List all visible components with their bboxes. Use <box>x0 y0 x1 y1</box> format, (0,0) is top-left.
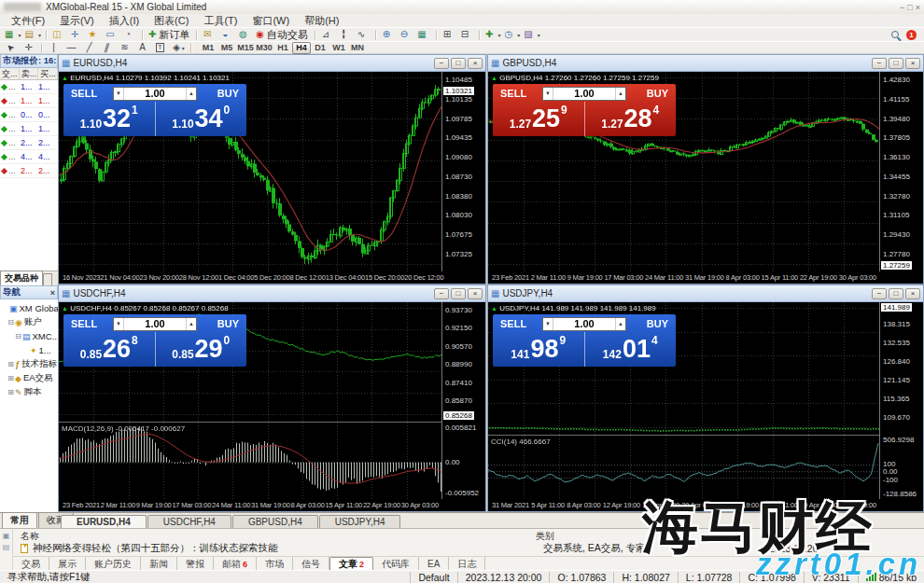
buy-button[interactable]: BUY <box>626 88 673 99</box>
tab-symbols[interactable]: 交易品种 <box>0 271 43 285</box>
toolbox-tab[interactable]: 展示 <box>49 557 86 571</box>
market-watch-row[interactable]: ... 1... 1... <box>0 80 58 94</box>
maximize-icon[interactable]: □ <box>907 3 912 12</box>
tree-expander-icon[interactable]: ⊟ <box>7 318 15 326</box>
strategy-tester-button[interactable]: ◔ <box>122 29 138 41</box>
sell-price[interactable]: 1.27259 <box>493 102 584 136</box>
timeframe-button[interactable]: M15 <box>236 42 255 54</box>
buy-button[interactable]: BUY <box>626 318 673 329</box>
toolbox-tab[interactable]: 警报 <box>177 557 214 571</box>
chart-window-titlebar[interactable]: ▦ USDJPY,H4 −□× <box>488 285 923 302</box>
sell-button[interactable]: SELL <box>496 88 542 99</box>
separator[interactable] <box>315 30 316 40</box>
chart-tab-usdjpy[interactable]: USDJPY,H4 <box>319 515 401 528</box>
lot-size-input[interactable]: ▼1.00▲ <box>113 87 197 101</box>
macd-canvas[interactable] <box>59 423 441 499</box>
timeframe-button[interactable]: W1 <box>329 42 348 54</box>
separator[interactable] <box>436 30 438 40</box>
toolbox-tab[interactable]: 信号 <box>293 557 329 571</box>
restore-button[interactable]: □ <box>889 288 903 299</box>
buy-button[interactable]: BUY <box>197 88 244 99</box>
buy-price[interactable]: 0.85290 <box>155 332 247 367</box>
lot-up-icon[interactable]: ▲ <box>186 88 196 100</box>
buy-price[interactable]: 1.10340 <box>155 102 247 136</box>
navigator-item[interactable]: ⊞◆EA交易 <box>0 371 58 385</box>
separator[interactable] <box>190 43 192 53</box>
minimize-button[interactable]: − <box>872 58 887 69</box>
chart-plot-area[interactable]: ▲ GBPUSD,H4 1.27260 1.27260 1.27259 1.27… <box>488 72 879 271</box>
toolbox-tab[interactable]: 日志 <box>449 557 485 571</box>
chart-plot-area[interactable]: CCI(14) 466.6667 ▲ USDJPY,H4 141.989 141… <box>488 302 879 499</box>
tab-common[interactable]: 常用 <box>2 512 37 528</box>
sell-price[interactable]: 141989 <box>493 332 584 367</box>
close-button[interactable]: × <box>905 58 920 69</box>
chart-tab-gbpusd[interactable]: GBPUSD,H4 <box>232 515 318 528</box>
sell-button[interactable]: SELL <box>66 318 113 329</box>
minimize-button[interactable]: − <box>434 58 449 69</box>
status-profile[interactable]: Default <box>410 572 456 583</box>
minimize-button[interactable]: − <box>434 288 449 299</box>
lot-up-icon[interactable]: ▲ <box>615 318 625 330</box>
fibonacci-button[interactable]: ≋ <box>118 42 133 54</box>
navigator-item[interactable]: ✦1... <box>0 343 58 357</box>
tile-windows-button[interactable]: ▦ <box>416 29 432 41</box>
trendline-button[interactable]: ╱ <box>82 42 98 54</box>
profiles-button[interactable]: ▤▾ <box>23 29 41 41</box>
history-center-button[interactable]: ◒ <box>219 29 235 41</box>
toolbox-tab[interactable]: EA <box>419 557 449 571</box>
toolbox-tab[interactable]: 代码库 <box>373 557 419 571</box>
indicator-subwindow[interactable]: CCI(14) 466.6667 <box>488 435 879 499</box>
new-chart-button[interactable]: ▦▾ <box>4 29 21 41</box>
buy-price[interactable]: 142014 <box>584 332 677 367</box>
periods-button[interactable]: ◷▾ <box>503 29 521 41</box>
toolbox-tab[interactable]: 文章2 <box>329 557 373 571</box>
toolbox-tab[interactable]: 邮箱6 <box>214 557 257 571</box>
line-chart-button[interactable]: ∿ <box>356 29 371 41</box>
menu-item[interactable]: 工具(T) <box>196 14 245 28</box>
column-header[interactable]: 交... <box>0 68 20 79</box>
lot-up-icon[interactable]: ▲ <box>615 88 625 100</box>
market-watch-row[interactable]: ... 1... 1... <box>0 94 58 108</box>
timeframe-button[interactable]: MN <box>348 42 367 54</box>
chart-tab-eurusd[interactable]: EURUSD,H4 <box>61 515 147 528</box>
chart-plot-area[interactable]: MACD(12,26,9) -0.005417 -0.000627 ▲ USDC… <box>59 302 441 499</box>
menu-item[interactable]: 帮助(H) <box>297 14 346 28</box>
terminal-button[interactable]: ▭ <box>105 29 120 41</box>
lot-down-icon[interactable]: ▼ <box>543 88 553 100</box>
cascade-button[interactable]: ⊟ <box>459 29 475 41</box>
column-header[interactable]: 买... <box>38 68 58 79</box>
restore-button[interactable]: □ <box>451 288 466 299</box>
market-watch-row[interactable]: ... 2... 2... <box>0 164 58 178</box>
buy-button[interactable]: BUY <box>197 318 244 329</box>
notification-badge[interactable]: 1 <box>906 30 917 40</box>
article-row[interactable]: 神经网络变得轻松（第四十五部分）：训练状态探索技能 交易系统, EA交易, 专家… <box>13 542 924 555</box>
toolbox-tab[interactable]: 交易 <box>13 557 49 571</box>
timeframe-button[interactable]: H4 <box>292 42 311 54</box>
chart-plot-area[interactable]: ▲ EURUSD,H4 1.10279 1.10392 1.10241 1.10… <box>59 72 441 271</box>
lot-down-icon[interactable]: ▼ <box>114 88 124 100</box>
label-button[interactable]: T <box>153 42 169 54</box>
restore-button[interactable]: □ <box>889 58 903 69</box>
crosshair-button[interactable]: ✛ <box>21 42 37 54</box>
search-icon[interactable] <box>891 31 899 38</box>
close-button[interactable]: × <box>905 288 920 299</box>
timeframe-button[interactable]: M30 <box>255 42 273 54</box>
dock-icon[interactable]: ▤ <box>3 543 10 551</box>
chart-window-titlebar[interactable]: ▦ EURUSD,H4 −□× <box>59 55 485 72</box>
restore-button[interactable]: □ <box>451 58 466 69</box>
navigator-item[interactable]: ⊞✎脚本 <box>0 385 58 399</box>
separator[interactable] <box>375 30 377 40</box>
separator[interactable] <box>479 30 481 40</box>
minimize-icon[interactable]: − <box>900 3 904 12</box>
market-watch-row[interactable]: ... 4... 4... <box>0 150 58 164</box>
column-header-name[interactable]: 名称 <box>13 530 536 542</box>
sell-price[interactable]: 0.85268 <box>63 332 155 367</box>
timeframe-button[interactable]: M1 <box>199 42 217 54</box>
auto-arrange-button[interactable]: ⊞ <box>441 29 457 41</box>
close-icon[interactable]: × <box>50 288 55 298</box>
tree-expander-icon[interactable]: ⊞ <box>7 374 15 382</box>
market-watch-row[interactable]: ... 0... 0... <box>0 108 58 122</box>
indicators-button[interactable]: ✚▾ <box>484 29 501 41</box>
candle-chart-button[interactable]: ╏ <box>338 29 354 41</box>
lot-down-icon[interactable]: ▼ <box>543 318 553 330</box>
